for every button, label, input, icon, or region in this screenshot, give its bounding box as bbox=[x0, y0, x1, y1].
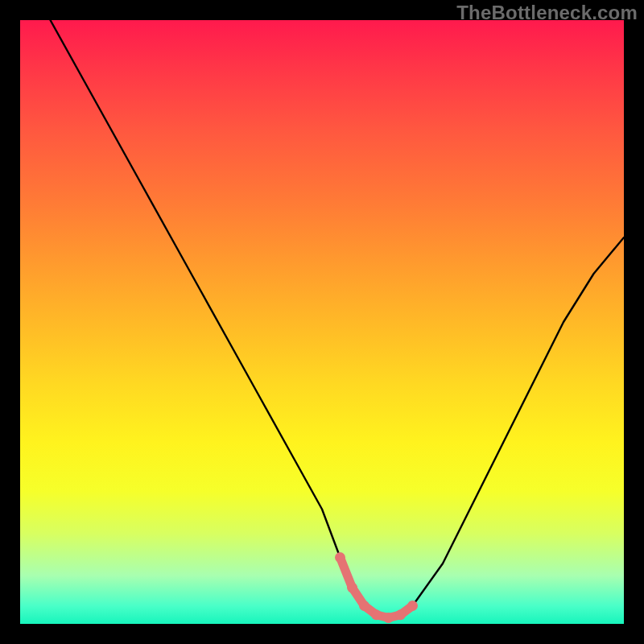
bottleneck-curve-svg bbox=[20, 20, 624, 624]
valley-dot bbox=[347, 583, 357, 593]
bottleneck-curve bbox=[51, 20, 625, 618]
plot-area bbox=[20, 20, 624, 624]
valley-dot bbox=[335, 552, 345, 563]
valley-dot bbox=[407, 601, 418, 611]
valley-dot bbox=[359, 601, 369, 611]
chart-frame: TheBottleneck.com bbox=[0, 0, 644, 644]
valley-dot bbox=[371, 609, 382, 620]
valley-dot bbox=[395, 609, 406, 620]
valley-dot bbox=[383, 613, 394, 623]
